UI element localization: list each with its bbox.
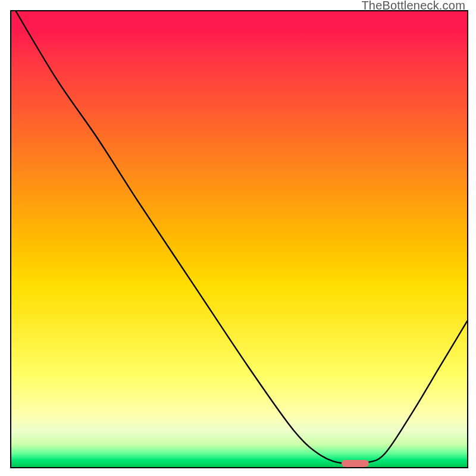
curve-svg — [11, 11, 467, 467]
bottleneck-curve — [16, 11, 467, 464]
chart-container: TheBottleneck.com — [0, 0, 476, 476]
optimal-range-marker — [342, 460, 369, 467]
plot-area — [10, 10, 468, 468]
